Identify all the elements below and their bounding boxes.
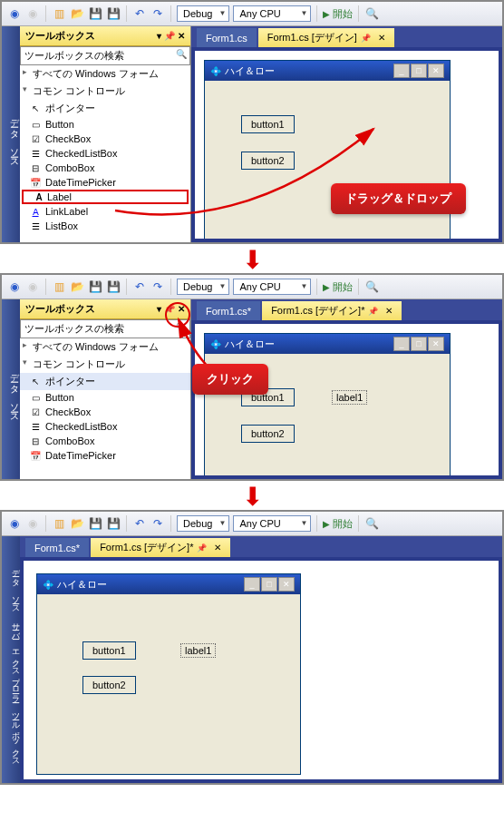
close-icon[interactable]: ✕ [428,64,444,78]
find-icon[interactable]: 🔍 [364,279,379,294]
save-icon[interactable]: 💾 [88,516,102,531]
nav-back-icon[interactable]: ◉ [7,279,22,294]
toolbox-group-common[interactable]: コモン コントロール [20,356,190,373]
toolbox-item-listbox[interactable]: ☰ListBox [20,219,190,233]
saveall-icon[interactable]: 💾 [106,6,121,21]
form-label1[interactable]: label1 [332,390,367,405]
form-titlebar[interactable]: ハイ＆ロー_□✕ [205,334,450,354]
toolbox-group-allwinforms[interactable]: すべての Windows フォーム [20,65,190,83]
tab-design[interactable]: Form1.cs [デザイン]*📌✕ [262,301,402,320]
button-icon: ▭ [29,392,42,403]
toolbox-item-label[interactable]: ALabel [22,190,189,204]
form-button2[interactable]: button2 [241,425,295,443]
new-icon[interactable]: ▥ [52,279,66,294]
config-dropdown[interactable]: Debug [177,5,229,22]
nav-fwd-icon[interactable]: ◉ [25,279,40,294]
form-designer[interactable]: ハイ＆ロー_□✕ button1 button2 label1 [24,561,499,779]
toolbox-item-button[interactable]: ▭Button [20,390,190,405]
toolbox-item-button[interactable]: ▭Button [20,117,190,132]
start-button[interactable]: 開始 [323,517,353,531]
start-button[interactable]: 開始 [323,7,353,21]
find-icon[interactable]: 🔍 [364,6,379,21]
toolbox-item-pointer[interactable]: ↖ポインター [20,100,190,117]
start-button[interactable]: 開始 [323,280,353,294]
open-icon[interactable]: 📂 [70,6,84,21]
config-dropdown[interactable]: Debug [177,515,229,532]
toolbox-item-datetimepicker[interactable]: 📅DateTimePicker [20,175,190,190]
platform-dropdown[interactable]: Any CPU [233,515,311,532]
tab-code[interactable]: Form1.cs* [25,538,89,557]
tab-pin-icon[interactable]: 📌 [197,543,207,553]
min-icon[interactable]: _ [244,577,260,592]
redo-icon[interactable]: ↷ [150,516,165,531]
form-button1[interactable]: button1 [82,641,136,660]
undo-icon[interactable]: ↶ [132,516,147,531]
max-icon[interactable]: □ [411,64,427,78]
saveall-icon[interactable]: 💾 [106,516,121,531]
undo-icon[interactable]: ↶ [132,279,147,294]
toolbox-item-datetimepicker[interactable]: 📅DateTimePicker [20,448,190,463]
saveall-icon[interactable]: 💾 [106,279,121,294]
min-icon[interactable]: _ [393,64,410,78]
toolbox-item-checkedlistbox[interactable]: ☰CheckedListBox [20,146,190,161]
form-designer[interactable]: ハイ＆ロー_□✕ button1 button2 label1 [195,324,499,475]
form-window[interactable]: ハイ＆ロー_□✕ button1 button2 label1 [204,333,451,475]
form-titlebar[interactable]: ハイ＆ロー_□✕ [205,61,450,81]
form-titlebar[interactable]: ハイ＆ロー_□✕ [37,574,300,594]
tab-close-icon[interactable]: ✕ [385,306,393,316]
redo-icon[interactable]: ↷ [150,279,165,294]
tab-close-icon[interactable]: ✕ [378,33,385,43]
tab-design[interactable]: Form1.cs [デザイン]📌✕ [258,28,394,47]
form-button1[interactable]: button1 [241,115,295,133]
save-icon[interactable]: 💾 [88,279,102,294]
new-icon[interactable]: ▥ [52,516,66,531]
toolbox-search[interactable]: ツールボックスの検索 [20,46,190,65]
toolbox-item-pointer[interactable]: ↖ポインター [20,373,190,390]
max-icon[interactable]: □ [261,577,277,592]
open-icon[interactable]: 📂 [70,279,84,294]
new-icon[interactable]: ▥ [52,6,66,21]
form-button2[interactable]: button2 [82,676,136,694]
sidebar-datasource-tab[interactable]: データ ソース [2,299,20,479]
tab-design[interactable]: Form1.cs [デザイン]*📌✕ [91,538,230,557]
form-button2[interactable]: button2 [241,152,295,170]
toolbox-item-combobox[interactable]: ⊟ComboBox [20,161,190,175]
combobox-icon: ⊟ [29,162,42,173]
nav-back-icon[interactable]: ◉ [7,6,22,21]
config-dropdown[interactable]: Debug [177,279,229,295]
callout-dragdrop: ドラッグ＆ドロップ [331,183,466,214]
toolbox-item-checkbox[interactable]: ☑CheckBox [20,405,190,419]
pin-icon[interactable]: ▾ 📌 ✕ [157,31,185,41]
toolbox-search[interactable]: ツールボックスの検索 [20,319,190,338]
nav-fwd-icon[interactable]: ◉ [25,516,40,531]
open-icon[interactable]: 📂 [70,516,84,531]
tab-pin-icon[interactable]: 📌 [368,307,378,316]
close-icon[interactable]: ✕ [428,337,444,351]
find-icon[interactable]: 🔍 [364,516,379,531]
toolbox-item-combobox[interactable]: ⊟ComboBox [20,434,190,448]
close-icon[interactable]: ✕ [278,577,295,592]
save-icon[interactable]: 💾 [88,6,102,21]
tab-close-icon[interactable]: ✕ [214,543,221,553]
toolbox-group-allwinforms[interactable]: すべての Windows フォーム [20,338,190,356]
sidebar-tabs[interactable]: データ ソース サーバー エクスプローラー ツールボックス [2,536,20,783]
redo-icon[interactable]: ↷ [150,6,165,21]
platform-dropdown[interactable]: Any CPU [233,5,311,22]
undo-icon[interactable]: ↶ [132,6,147,21]
nav-fwd-icon[interactable]: ◉ [25,6,40,21]
tab-pin-icon[interactable]: 📌 [361,34,371,43]
sidebar-datasource-tab[interactable]: データ ソース [2,26,20,242]
toolbox-item-linklabel[interactable]: A̲LinkLabel [20,204,190,219]
toolbox-item-checkedlistbox[interactable]: ☰CheckedListBox [20,419,190,434]
form-label1[interactable]: label1 [180,643,216,658]
toolbox-item-checkbox[interactable]: ☑CheckBox [20,132,190,146]
form-window[interactable]: ハイ＆ロー_□✕ button1 button2 label1 [36,573,301,775]
max-icon[interactable]: □ [411,337,427,351]
tab-code[interactable]: Form1.cs* [197,301,260,320]
tab-code[interactable]: Form1.cs [197,28,257,47]
toolbox-group-common[interactable]: コモン コントロール [20,83,190,100]
nav-back-icon[interactable]: ◉ [7,516,22,531]
panel-step2: ◉ ◉ ▥ 📂 💾 💾 ↶ ↷ Debug Any CPU 開始 🔍 データ ソ… [0,273,504,481]
platform-dropdown[interactable]: Any CPU [233,279,311,295]
min-icon[interactable]: _ [393,337,410,351]
